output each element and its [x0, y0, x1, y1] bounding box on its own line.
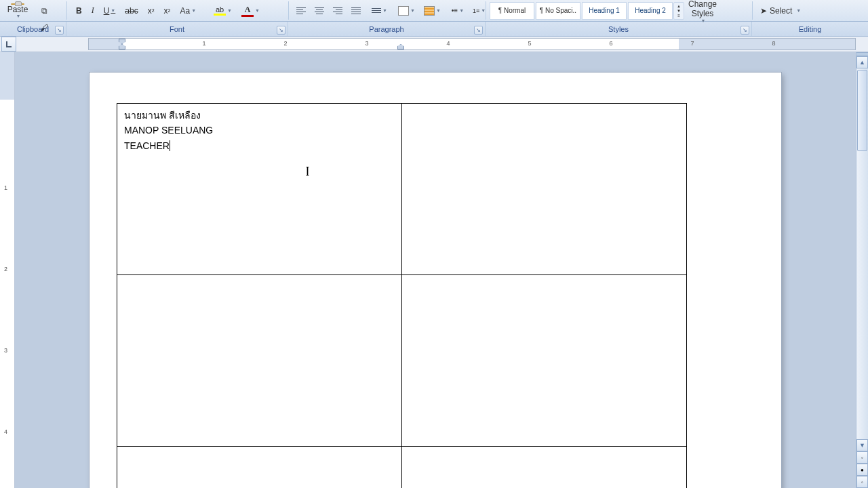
table-row: [117, 275, 687, 447]
bold-button[interactable]: B: [73, 3, 85, 19]
clipboard-icon: [11, 3, 24, 5]
select-button[interactable]: ➤ Select ▼: [757, 3, 804, 19]
table-cell[interactable]: [402, 275, 687, 447]
borders-button[interactable]: ▼: [420, 3, 444, 19]
cell-line: TEACHER: [124, 138, 395, 153]
page: นายมานพ สีเหลือง MANOP SEELUANG TEACHER …: [90, 73, 781, 488]
paste-button[interactable]: Paste ▼: [3, 3, 33, 19]
cell-line: นายมานพ สีเหลือง: [124, 108, 395, 123]
scroll-track[interactable]: [856, 68, 868, 439]
ruler-row: 1 2 3 4 5 6 7 8: [0, 37, 868, 52]
i-beam-cursor: I: [306, 165, 310, 179]
bucket-icon: [398, 6, 409, 16]
scroll-down-button[interactable]: ▼: [856, 439, 868, 451]
tab-left-icon: [5, 40, 13, 48]
vruler-num: 2: [4, 266, 7, 272]
ruler-num: 2: [283, 40, 287, 47]
ruler-num: 5: [528, 40, 531, 47]
document-table[interactable]: นายมานพ สีเหลือง MANOP SEELUANG TEACHER …: [117, 103, 687, 488]
horizontal-ruler[interactable]: 1 2 3 4 5 6 7 8: [88, 38, 856, 50]
select-label: Select: [770, 6, 792, 16]
bullets-button[interactable]: •≡▼: [448, 3, 467, 19]
cell-line: MANOP SEELUANG: [124, 123, 395, 138]
style-heading-2[interactable]: Heading 2: [628, 2, 673, 20]
copy-button[interactable]: ⧉: [34, 3, 54, 19]
vertical-ruler[interactable]: 1 2 3 4: [0, 52, 15, 488]
subscript-button[interactable]: x2: [144, 3, 158, 19]
font-dialog-launcher[interactable]: ↘: [277, 26, 285, 35]
ruler-num: 8: [772, 40, 775, 47]
align-center-icon: [315, 7, 324, 14]
text-cursor: [170, 140, 170, 151]
align-right-icon: [333, 7, 342, 14]
group-paragraph: Paragraph ↘: [288, 22, 486, 36]
underline-button[interactable]: U▼: [100, 3, 119, 19]
bullets-icon: •≡: [452, 7, 458, 14]
align-right-button[interactable]: [330, 3, 346, 19]
table-row: [117, 447, 687, 489]
strikethrough-button[interactable]: abc: [121, 3, 141, 19]
borders-icon: [424, 6, 435, 16]
tab-selector[interactable]: [1, 37, 16, 52]
change-styles-button[interactable]: Change Styles ▼: [684, 3, 721, 19]
group-styles: Styles ↘: [486, 22, 752, 36]
vertical-scrollbar[interactable]: ▲ ▼ ◦ ● ◦: [856, 52, 868, 488]
vruler-num: 1: [4, 184, 7, 191]
group-editing: Editing: [752, 22, 868, 36]
ribbon-group-labels: Clipboard ↘ Font ↘ Paragraph ↘ Styles ↘ …: [0, 22, 868, 37]
font-color-button[interactable]: A ▼: [238, 3, 263, 19]
align-left-button[interactable]: [293, 3, 309, 19]
font-color-icon: A: [245, 5, 251, 15]
line-spacing-icon: [372, 8, 381, 13]
highlight-color-button[interactable]: ab ▼: [210, 3, 235, 19]
vruler-num: 3: [4, 347, 7, 354]
align-justify-icon: [351, 7, 361, 14]
style-heading-1[interactable]: Heading 1: [582, 2, 627, 20]
workspace: 1 2 3 4 นายมานพ สีเหลือง MANOP SEELUANG …: [0, 52, 868, 488]
numbering-icon: 1≡: [473, 7, 479, 14]
style-normal[interactable]: ¶ Normal: [490, 2, 534, 20]
ruler-num: 3: [365, 40, 368, 47]
style-no-spacing[interactable]: ¶ No Spaci..: [536, 2, 580, 20]
ribbon: Paste ▼ ✂ ⧉ 🖌 B I U▼ abc x2 x2 Aa▼ ab ▼ …: [0, 0, 868, 22]
group-clipboard: Clipboard ↘: [0, 22, 66, 36]
chevron-down-icon: ▼: [796, 8, 801, 13]
font-color-swatch: [241, 15, 254, 17]
next-page-button[interactable]: ◦: [856, 476, 868, 488]
table-cell[interactable]: [402, 447, 687, 489]
paste-label: Paste: [7, 5, 28, 14]
align-justify-button[interactable]: [348, 3, 364, 19]
line-spacing-button[interactable]: ▼: [368, 3, 391, 19]
clipboard-dialog-launcher[interactable]: ↘: [55, 26, 64, 35]
ruler-num: 1: [202, 40, 205, 47]
cursor-icon: ➤: [760, 6, 767, 16]
change-case-button[interactable]: Aa▼: [176, 3, 199, 19]
scroll-up-button[interactable]: ▲: [856, 56, 868, 68]
chevron-down-icon: ▼: [16, 14, 21, 18]
ruler-num: 4: [446, 40, 450, 47]
styles-dialog-launcher[interactable]: ↘: [741, 26, 749, 35]
document-area[interactable]: นายมานพ สีเหลือง MANOP SEELUANG TEACHER …: [15, 52, 856, 488]
table-cell[interactable]: [117, 447, 402, 489]
highlight-swatch: [214, 14, 226, 16]
ruler-num: 6: [609, 40, 612, 47]
change-styles-label: Change Styles: [688, 0, 717, 18]
styles-more-button[interactable]: ▲▼≡: [673, 2, 684, 20]
prev-page-button[interactable]: ◦: [856, 451, 868, 464]
table-cell[interactable]: นายมานพ สีเหลือง MANOP SEELUANG TEACHER …: [117, 104, 402, 275]
shading-button[interactable]: ▼: [395, 3, 418, 19]
cut-button[interactable]: ✂: [34, 0, 54, 2]
table-cell[interactable]: [402, 104, 687, 275]
superscript-button[interactable]: x2: [161, 3, 174, 19]
italic-button[interactable]: I: [88, 3, 98, 19]
scissors-icon: ✂: [37, 0, 51, 1]
paragraph-dialog-launcher[interactable]: ↘: [474, 26, 483, 35]
table-cell[interactable]: [117, 275, 402, 447]
align-center-button[interactable]: [311, 3, 328, 19]
vruler-num: 4: [4, 428, 7, 435]
scroll-thumb[interactable]: [857, 70, 867, 151]
browse-object-button[interactable]: ●: [856, 464, 868, 476]
copy-icon: ⧉: [37, 4, 51, 18]
align-left-icon: [296, 7, 306, 14]
group-font: Font ↘: [66, 22, 288, 36]
